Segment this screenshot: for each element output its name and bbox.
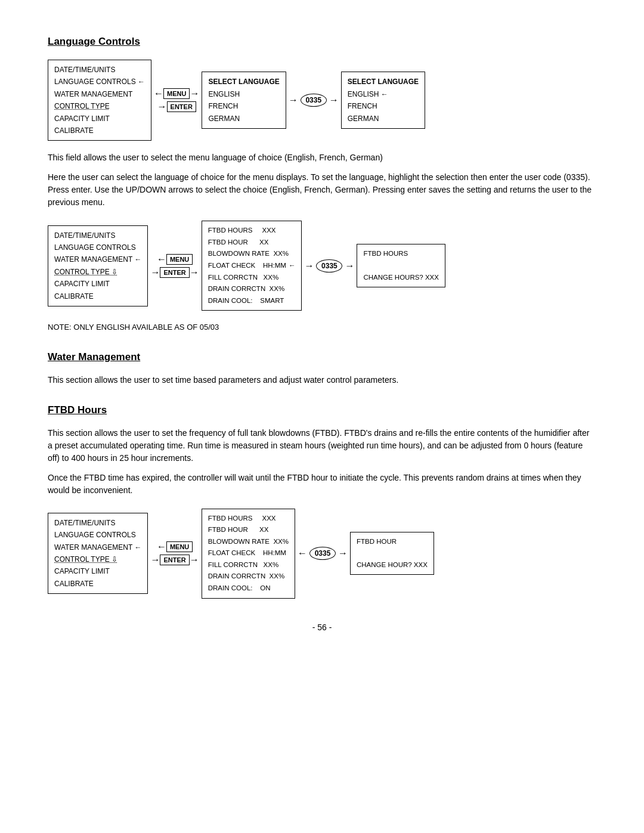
- water-management-section: Water Management This section allows the…: [48, 351, 596, 386]
- menu-item-calibrate: CALIBRATE: [54, 125, 145, 137]
- ftbd-hours-section: FTBD Hours This section allows the user …: [48, 404, 596, 599]
- menu-item-datetime-3: DATE/TIME/UNITS: [54, 517, 141, 529]
- menu-item-control-3: CONTROL TYPE ⇩: [54, 553, 141, 565]
- ftbd-row-fill-1: FILL CORRCTN XX%: [208, 272, 296, 284]
- result-lang-title-1: SELECT LANGUAGE: [348, 76, 419, 88]
- ftbd2-row-hours: FTBD HOURS XXX: [208, 513, 289, 525]
- lang-english-1: ENGLISH: [208, 88, 279, 100]
- water-management-heading: Water Management: [48, 351, 596, 363]
- result-ftbd-detail-1: [363, 260, 439, 272]
- ctrl-buttons-2: ← MENU → ENTER →: [150, 254, 199, 278]
- code-oval-1: 0335: [301, 94, 327, 107]
- menu-item-datetime: DATE/TIME/UNITS: [54, 64, 145, 76]
- menu-item-calibrate-3: CALIBRATE: [54, 578, 141, 590]
- ftbd-row-drain-cool-1: DRAIN COOL: SMART: [208, 295, 296, 307]
- left-arrow-ftbd2: ←: [298, 548, 307, 559]
- enter-button-2[interactable]: ENTER: [160, 267, 189, 278]
- menu-button-1[interactable]: MENU: [163, 88, 190, 99]
- ftbd-hours-diagram: DATE/TIME/UNITS LANGUAGE CONTROLS WATER …: [48, 509, 596, 599]
- right-arrow-result-2: →: [345, 261, 354, 271]
- ftbd-row-hours-1: FTBD HOURS XXX: [208, 225, 296, 237]
- left-arrow-icon-1: ←: [154, 88, 163, 99]
- right-arrow-code-2: →: [304, 261, 314, 271]
- language-diagram-1: DATE/TIME/UNITS LANGUAGE CONTROLS ← WATE…: [48, 60, 596, 141]
- enter-button-1[interactable]: ENTER: [167, 101, 196, 112]
- result-german-1: GERMAN: [348, 113, 419, 125]
- menu-item-language: LANGUAGE CONTROLS ←: [54, 76, 145, 88]
- ctrl-buttons-3: ← MENU → ENTER →: [150, 541, 199, 565]
- left-arrow-menu-2: ←: [157, 254, 166, 265]
- main-menu-box-1: DATE/TIME/UNITS LANGUAGE CONTROLS ← WATE…: [48, 60, 151, 141]
- ftbd-box-1: FTBD HOURS XXX FTBD HOUR XX BLOWDOWN RAT…: [202, 221, 302, 311]
- main-menu-box-2: DATE/TIME/UNITS LANGUAGE CONTROLS WATER …: [48, 225, 148, 306]
- result-ftbd-title-2: FTBD HOUR: [357, 536, 428, 548]
- lang-french-1: FRENCH: [208, 100, 279, 112]
- result-english-1: ENGLISH ←: [348, 88, 419, 100]
- menu-item-language-3: LANGUAGE CONTROLS: [54, 529, 141, 541]
- language-controls-section: Language Controls DATE/TIME/UNITS LANGUA…: [48, 36, 596, 333]
- ftbd2-row-drain-cool: DRAIN COOL: ON: [208, 583, 289, 594]
- ftbd-hours-heading: FTBD Hours: [48, 404, 596, 416]
- right-arrow-after-enter-3: →: [190, 555, 199, 565]
- ftbd-box-2: FTBD HOURS XXX FTBD HOUR XX BLOWDOWN RAT…: [202, 509, 295, 599]
- result-ftbd-box-1: FTBD HOURS CHANGE HOURS? XXX: [357, 244, 445, 287]
- enter-button-3[interactable]: ENTER: [160, 555, 189, 565]
- ftbd2-row-float: FLOAT CHECK HH:MM: [208, 547, 289, 559]
- left-arrow-menu-3: ←: [157, 541, 166, 552]
- select-language-box-1: SELECT LANGUAGE ENGLISH FRENCH GERMAN: [202, 72, 286, 129]
- language-diagram-2: DATE/TIME/UNITS LANGUAGE CONTROLS WATER …: [48, 221, 596, 311]
- menu-item-control: CONTROL TYPE: [54, 100, 145, 112]
- ftbd2-row-blowdown: BLOWDOWN RATE XX%: [208, 536, 289, 548]
- ftbd2-row-fill: FILL CORRCTN XX%: [208, 559, 289, 571]
- result-language-box-1: SELECT LANGUAGE ENGLISH ← FRENCH GERMAN: [341, 72, 425, 129]
- code-connector-2: → 0335 →: [304, 259, 354, 272]
- right-arrow-icon-enter-1: →: [157, 101, 167, 112]
- menu-item-water: WATER MANAGEMENT: [54, 88, 145, 100]
- menu-item-capacity: CAPACITY LIMIT: [54, 113, 145, 125]
- water-management-desc: This section allows the user to set time…: [48, 374, 596, 386]
- right-arrow-result-3: →: [338, 548, 348, 559]
- code-connector-3: ← 0335 →: [298, 547, 348, 560]
- result-french-1: FRENCH: [348, 100, 419, 112]
- lang-note: NOTE: ONLY ENGLISH AVAILABLE AS OF 05/03: [48, 321, 596, 333]
- right-arrow-code-1: →: [289, 95, 298, 106]
- ftbd2-row-hour: FTBD HOUR XX: [208, 524, 289, 536]
- code-oval-3: 0335: [309, 547, 336, 560]
- ctrl-buttons-1: ← MENU → → ENTER: [154, 88, 199, 112]
- menu-item-calibrate-2: CALIBRATE: [54, 290, 141, 302]
- lang-desc-2: Here the user can select the language of…: [48, 171, 596, 209]
- lang-desc-1: This field allows the user to select the…: [48, 151, 596, 164]
- ftbd2-row-drain-corr: DRAIN CORRCTN XX%: [208, 571, 289, 583]
- language-controls-heading: Language Controls: [48, 36, 596, 48]
- ftbd-hours-desc-1: This section allows the user to set the …: [48, 427, 596, 465]
- left-arrow-float: ←: [289, 260, 296, 272]
- menu-item-control-2: CONTROL TYPE ⇩: [54, 266, 141, 278]
- select-lang-title-1: SELECT LANGUAGE: [208, 76, 279, 88]
- menu-item-datetime-2: DATE/TIME/UNITS: [54, 230, 141, 241]
- menu-item-language-2: LANGUAGE CONTROLS: [54, 241, 141, 253]
- right-arrow-result-1: →: [329, 95, 339, 106]
- code-oval-2: 0335: [316, 259, 342, 272]
- code-connector-1: → 0335 →: [289, 94, 339, 107]
- result-ftbd-change-2: CHANGE HOUR? XXX: [357, 559, 428, 571]
- result-ftbd-detail-2: [357, 547, 428, 559]
- lang-german-1: GERMAN: [208, 113, 279, 125]
- main-menu-box-3: DATE/TIME/UNITS LANGUAGE CONTROLS WATER …: [48, 513, 148, 594]
- result-ftbd-change-1: CHANGE HOURS? XXX: [363, 272, 439, 284]
- menu-item-water-2: WATER MANAGEMENT ←: [54, 253, 141, 265]
- menu-item-water-3: WATER MANAGEMENT ←: [54, 541, 141, 553]
- ftbd-hours-desc-2: Once the FTBD time has expired, the cont…: [48, 472, 596, 497]
- right-arrow-enter-3: →: [150, 555, 160, 565]
- ftbd-row-drain-corr-1: DRAIN CORRCTN XX%: [208, 283, 296, 295]
- ftbd-row-float-1: FLOAT CHECK HH:MM ←: [208, 260, 296, 272]
- right-arrow-after-enter-2: →: [190, 267, 199, 278]
- ftbd-row-blowdown-1: BLOWDOWN RATE XX%: [208, 248, 296, 260]
- ftbd-row-hour-1: FTBD HOUR XX: [208, 237, 296, 249]
- menu-item-capacity-2: CAPACITY LIMIT: [54, 278, 141, 290]
- result-ftbd-title-1: FTBD HOURS: [363, 248, 439, 260]
- menu-button-3[interactable]: MENU: [166, 541, 193, 552]
- result-ftbd-box-2: FTBD HOUR CHANGE HOUR? XXX: [350, 532, 434, 575]
- page-number: - 56 -: [48, 623, 596, 632]
- menu-item-capacity-3: CAPACITY LIMIT: [54, 565, 141, 577]
- menu-button-2[interactable]: MENU: [166, 254, 193, 265]
